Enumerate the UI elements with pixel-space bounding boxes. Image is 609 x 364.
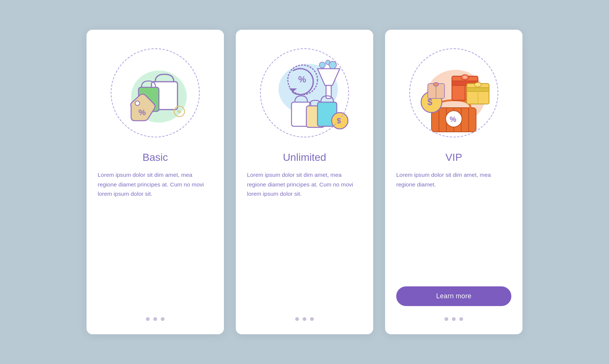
learn-more-button[interactable]: Learn more [396,286,511,306]
vip-dot-3 [459,317,463,321]
basic-text: Lorem ipsum dolor sit dim amet, mea regi… [98,170,213,306]
basic-dot-2 [153,317,157,321]
basic-dot-1 [146,317,150,321]
unlimited-card: % $ [236,30,373,334]
basic-dots [146,317,165,321]
unlimited-dashed-circle [260,48,349,137]
vip-dot-2 [452,317,456,321]
vip-title: VIP [445,152,462,163]
basic-dot-3 [161,317,165,321]
cards-container: % % Basic Lorem ipsum dolor sit dim amet… [87,30,522,334]
unlimited-title: Unlimited [283,152,326,163]
vip-card: % $ [385,30,522,334]
unlimited-illustration: % $ [256,45,353,141]
unlimited-dot-3 [310,317,314,321]
vip-text: Lorem ipsum dolor sit dim amet, mea regi… [396,170,511,279]
basic-illustration: % % [107,45,203,141]
basic-title: Basic [143,152,168,163]
unlimited-dot-1 [295,317,299,321]
unlimited-dots [295,317,314,321]
vip-dots [444,317,463,321]
unlimited-dot-2 [303,317,306,321]
vip-illustration: % $ [406,45,502,141]
vip-dot-1 [444,317,448,321]
basic-card: % % Basic Lorem ipsum dolor sit dim amet… [87,30,224,334]
vip-dashed-circle [409,48,498,137]
basic-dashed-circle [111,48,200,137]
unlimited-text: Lorem ipsum dolor sit dim amet, mea regi… [247,170,362,306]
